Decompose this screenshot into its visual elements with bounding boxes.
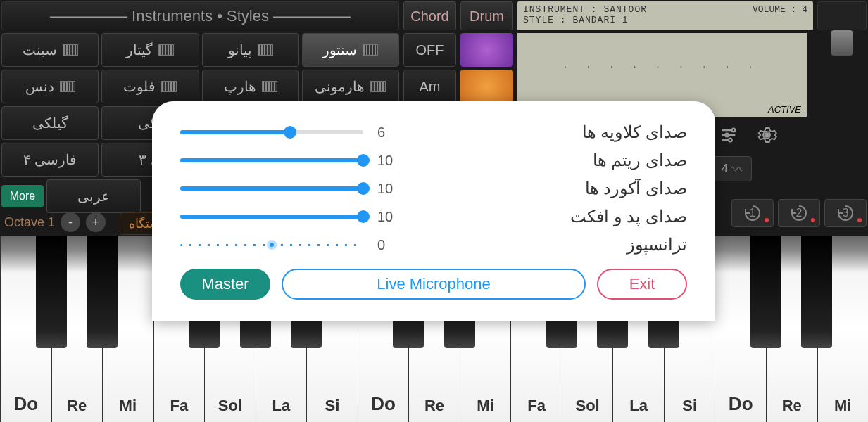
svg-point-0 [732, 129, 736, 132]
record-1-button[interactable]: 1 [731, 199, 774, 227]
slider-1[interactable] [180, 158, 363, 162]
slider-label-0: صدای کلاویه ها [413, 122, 687, 142]
keyboard-icon [161, 81, 177, 92]
black-key-15[interactable] [801, 236, 832, 348]
slider-value-3: 10 [377, 209, 398, 225]
slider-value-2: 10 [377, 181, 398, 197]
style-gilaki[interactable]: گیلکی [1, 106, 99, 140]
slider-value-0: 6 [377, 124, 398, 141]
more-button[interactable]: More [1, 185, 44, 207]
keyboard-icon [63, 44, 78, 56]
black-key-1[interactable] [87, 236, 118, 348]
style-farsi-4[interactable]: فارسی ۴ [1, 143, 99, 177]
slider-0[interactable] [180, 130, 363, 134]
instrument-flute[interactable]: فلوت [101, 70, 199, 103]
octave-up-button[interactable]: + [86, 212, 106, 232]
mixer-icon[interactable] [715, 121, 743, 149]
instrument-dance[interactable]: دنس [1, 70, 99, 103]
chord-off[interactable]: OFF [403, 33, 456, 67]
svg-point-3 [764, 132, 769, 138]
drum-tab[interactable]: Drum [460, 1, 513, 30]
black-key-0[interactable] [36, 236, 67, 348]
slider-value-1: 10 [377, 153, 398, 169]
lcd-display: INSTRUMENT : SANTOOR STYLE : BANDARI 1 V… [517, 1, 813, 30]
octave-label: Octave 1 [4, 215, 55, 230]
slider-value-4: 0 [377, 237, 398, 253]
keyboard-icon [258, 44, 273, 56]
slider-label-1: صدای ریتم ها [413, 151, 687, 170]
lcd-active-status: ACTIVE [768, 104, 801, 115]
track-4-button[interactable]: 4 [713, 156, 752, 181]
slider-label-3: صدای پد و افکت [413, 207, 687, 226]
keyboard-icon [158, 44, 174, 56]
keyboard-icon [262, 81, 277, 92]
slider-label-2: صدای آکورد ها [413, 179, 687, 198]
lcd-style: STYLE : BANDARI 1 [523, 15, 807, 25]
chord-tab[interactable]: Chord [403, 1, 456, 30]
master-button[interactable]: Master [180, 269, 270, 300]
keyboard-icon [363, 44, 378, 56]
master-volume-slider[interactable] [817, 1, 867, 30]
drum-pad-1[interactable] [460, 33, 513, 67]
gear-icon[interactable] [753, 121, 781, 149]
octave-down-button[interactable]: - [61, 212, 80, 232]
instrument-santoor[interactable]: سنتور [302, 33, 399, 67]
record-2-button[interactable]: 2 [778, 199, 820, 227]
live-microphone-button[interactable]: Live Microphone [282, 269, 586, 300]
record-3-button[interactable]: 3 [824, 199, 867, 227]
instrument-harmony[interactable]: هارمونی [302, 70, 399, 103]
slider-4[interactable] [180, 244, 363, 246]
slider-3[interactable] [180, 215, 363, 219]
instrument-synth[interactable]: سینت [1, 33, 99, 67]
svg-point-2 [729, 139, 732, 142]
instrument-guitar[interactable]: گیتار [101, 33, 199, 67]
drum-pad-2[interactable] [460, 70, 513, 103]
exit-button[interactable]: Exit [597, 269, 687, 300]
keyboard-icon [60, 81, 75, 92]
slider-2[interactable] [180, 186, 363, 191]
style-arabic[interactable]: عربی [46, 179, 141, 213]
keyboard-icon [370, 81, 386, 92]
lcd-volume: VOLUME : 4 [753, 4, 807, 15]
instrument-harp[interactable]: هارپ [202, 70, 299, 103]
instrument-piano[interactable]: پیانو [202, 33, 299, 67]
black-key-14[interactable] [750, 236, 781, 348]
slider-label-4: ترانسپوز [413, 235, 687, 255]
lcd-beat-dots: . . . . . . . . . [517, 58, 807, 70]
settings-modal: 6صدای کلاویه ها10صدای ریتم ها10صدای آکور… [152, 101, 715, 321]
chord-am[interactable]: Am [403, 70, 456, 103]
instruments-styles-header: ————— Instruments • Styles ————— [1, 1, 399, 30]
